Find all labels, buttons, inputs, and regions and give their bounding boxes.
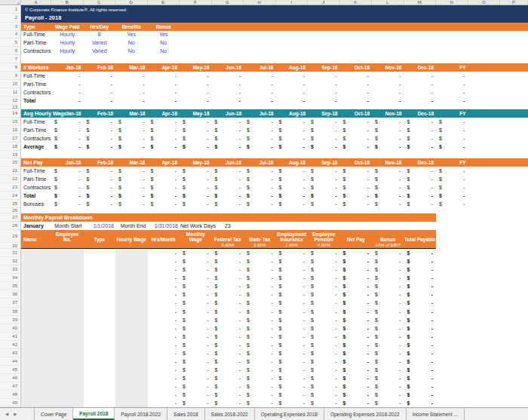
breakdown-cell[interactable]: - <box>148 249 180 257</box>
value-cell[interactable]: - <box>115 88 148 97</box>
value-cell[interactable]: $- <box>404 175 437 183</box>
row-header-11[interactable]: 11 <box>0 88 20 97</box>
breakdown-cell[interactable]: $- <box>372 391 404 399</box>
row-header-28[interactable]: 28 <box>0 222 20 230</box>
breakdown-cell[interactable]: $- <box>276 316 309 324</box>
month-header-cell[interactable]: Sep-18 <box>308 158 340 167</box>
breakdown-cell[interactable]: $- <box>308 324 340 333</box>
value-cell[interactable]: - <box>51 80 84 88</box>
breakdown-cell[interactable] <box>21 333 51 341</box>
value-cell[interactable]: $- <box>404 118 437 126</box>
value-cell[interactable]: $- <box>148 192 180 200</box>
row-label[interactable]: Bonuses <box>21 200 51 208</box>
sheet-tab-payroll-2018[interactable]: Payroll 2018 <box>73 408 115 420</box>
breakdown-cell[interactable] <box>84 324 116 333</box>
row-header-7[interactable]: 7 <box>0 55 20 63</box>
row-header-22[interactable]: 22 <box>0 175 20 183</box>
breakdown-cell[interactable]: $- <box>308 290 340 299</box>
row-header-34[interactable]: 34 <box>0 274 20 282</box>
breakdown-cell[interactable] <box>21 249 51 257</box>
breakdown-cell[interactable] <box>21 299 51 307</box>
row-label[interactable]: Full-Time <box>21 167 51 175</box>
month-header-cell[interactable]: Nov-18 <box>372 109 404 118</box>
breakdown-cell[interactable]: - <box>148 265 180 274</box>
breakdown-cell[interactable] <box>115 324 148 333</box>
breakdown-cell[interactable]: $- <box>404 399 437 407</box>
breakdown-cell[interactable]: $- <box>340 274 373 282</box>
breakdown-cell[interactable] <box>51 299 84 307</box>
row-header-47[interactable]: 47 <box>0 382 20 391</box>
breakdown-cell[interactable]: $- <box>276 290 309 299</box>
breakdown-cell[interactable]: $- <box>244 382 276 391</box>
workers-title[interactable]: # Workers <box>21 63 51 72</box>
breakdown-cell[interactable]: $- <box>180 382 212 391</box>
breakdown-cell[interactable] <box>51 274 84 282</box>
value-cell[interactable]: $- <box>404 134 437 143</box>
value-cell[interactable]: - <box>372 97 404 105</box>
breakdown-cell[interactable] <box>21 391 51 399</box>
breakdown-header-cell[interactable]: Bonus10% of EBIT <box>372 230 404 249</box>
breakdown-cell[interactable] <box>115 391 148 399</box>
row-header-33[interactable]: 33 <box>0 265 20 274</box>
value-cell[interactable]: $- <box>84 143 116 151</box>
value-cell[interactable]: - <box>84 88 116 97</box>
value-cell[interactable]: - <box>115 80 148 88</box>
breakdown-cell[interactable] <box>21 357 51 366</box>
breakdown-cell[interactable]: $- <box>372 382 404 391</box>
net-pay-title[interactable]: Net Pay <box>21 158 51 167</box>
breakdown-cell[interactable]: $- <box>372 349 404 357</box>
breakdown-header-cell[interactable]: Monthly Wage <box>180 230 212 249</box>
copyright-bar[interactable]: © Corporate Finance Institute®. All righ… <box>21 5 528 14</box>
value-cell[interactable]: - <box>340 80 373 88</box>
value-cell[interactable]: $- <box>372 126 404 134</box>
row-label[interactable]: Full-Time <box>21 72 51 80</box>
value-cell[interactable]: $- <box>244 134 276 143</box>
breakdown-cell[interactable]: $- <box>180 299 212 307</box>
breakdown-cell[interactable]: $- <box>276 299 309 307</box>
breakdown-cell[interactable] <box>51 282 84 290</box>
month-header-cell[interactable]: Aug-18 <box>276 158 309 167</box>
value-cell[interactable]: - <box>180 80 212 88</box>
breakdown-cell[interactable]: $- <box>404 257 437 265</box>
breakdown-cell[interactable]: - <box>148 299 180 307</box>
value-cell[interactable]: $- <box>84 200 116 208</box>
value-cell[interactable]: $- <box>51 200 84 208</box>
breakdown-header-cell[interactable]: Net Pay <box>340 230 373 249</box>
breakdown-cell[interactable]: $- <box>340 357 373 366</box>
breakdown-cell[interactable]: $- <box>372 282 404 290</box>
type-row-label[interactable]: Contractors <box>21 47 51 55</box>
net-work-days-value[interactable]: 23 <box>212 222 244 230</box>
breakdown-cell[interactable]: $- <box>276 274 309 282</box>
month-header-cell[interactable]: Jun-18 <box>212 109 244 118</box>
breakdown-cell[interactable]: $- <box>308 249 340 257</box>
value-cell[interactable]: $- <box>115 200 148 208</box>
breakdown-cell[interactable]: $- <box>372 249 404 257</box>
breakdown-cell[interactable]: $- <box>340 341 373 349</box>
breakdown-cell[interactable]: $- <box>180 290 212 299</box>
sheet-tab-operating-expenses-2018[interactable]: Operating Expenses 2018 <box>255 408 324 420</box>
type-value-cell[interactable]: Varied <box>84 47 116 55</box>
breakdown-cell[interactable]: $- <box>276 341 309 349</box>
value-cell[interactable]: - <box>84 97 116 105</box>
breakdown-cell[interactable]: $- <box>244 282 276 290</box>
month-header-cell[interactable]: Aug-18 <box>276 63 309 72</box>
value-cell[interactable]: $- <box>372 175 404 183</box>
value-cell[interactable]: $- <box>276 143 309 151</box>
month-header-cell[interactable]: Jan-18 <box>51 63 84 72</box>
breakdown-cell[interactable]: $- <box>372 324 404 333</box>
value-cell[interactable]: $- <box>276 134 309 143</box>
column-header-B[interactable]: B <box>51 0 84 5</box>
value-cell[interactable]: - <box>436 80 468 88</box>
row-header-23[interactable]: 23 <box>0 183 20 192</box>
value-cell[interactable]: $- <box>244 175 276 183</box>
title-bar[interactable]: Payroll - 2018 <box>21 14 528 23</box>
row-header-19[interactable]: 19 <box>0 151 20 158</box>
breakdown-cell[interactable]: $- <box>244 308 276 316</box>
breakdown-cell[interactable] <box>84 290 116 299</box>
row-label[interactable]: Contractors <box>21 88 51 97</box>
month-header-cell[interactable]: Dec-18 <box>404 158 437 167</box>
breakdown-cell[interactable]: $- <box>340 265 373 274</box>
breakdown-cell[interactable] <box>115 316 148 324</box>
month-header-cell[interactable]: Jun-18 <box>212 63 244 72</box>
value-cell[interactable]: $- <box>148 143 180 151</box>
